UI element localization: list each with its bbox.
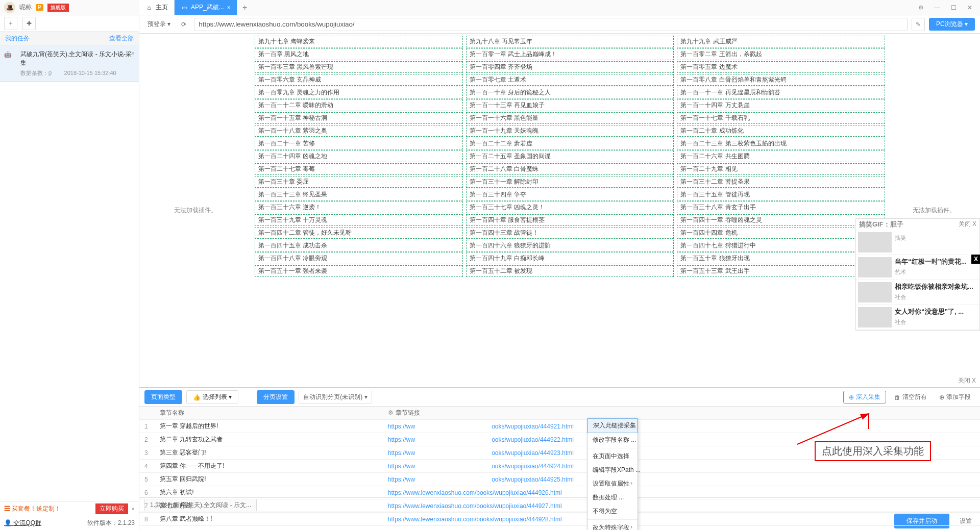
table-row[interactable]: 4第四章 你——不用走了!https://wwxxxxxxxxxxxxxxxxx… [139, 460, 980, 473]
chapter-link[interactable]: 第一百零三章 黑风兽紫芒现 [255, 61, 463, 73]
edit-url-button[interactable]: ✎ [912, 18, 925, 31]
news-close-button[interactable]: 关闭 X [959, 220, 976, 229]
news-first-title[interactable]: 搞笑GIF：胆子 [859, 220, 959, 229]
chapter-link[interactable]: 第九十八章 再见常玉年 [466, 36, 674, 47]
chapter-link[interactable]: 第一百一十一章 再见遑星辰和情韵苔 [677, 87, 885, 98]
close-button[interactable]: ✕ [965, 4, 975, 11]
url-input[interactable] [194, 18, 908, 31]
chapter-link[interactable]: 第一百四十三章 战管徒！ [466, 227, 674, 239]
chapter-link[interactable]: 第一百一十四章 万丈悬崖 [677, 99, 885, 111]
chapter-link[interactable]: 第一百二十九章 相见 [677, 163, 885, 175]
chapter-link[interactable]: 第一百三十二章 菩提圣果 [677, 176, 885, 188]
ctx-rename[interactable]: 修改字段名称 ... [587, 433, 638, 447]
table-row[interactable]: 1第一章 穿越后的世界!https://wwxxxxxxxxxxxxxxxxxx… [139, 420, 980, 433]
table-row[interactable]: 5第五章 回归武院!https://wwxxxxxxxxxxxxxxxxxxxx… [139, 473, 980, 486]
chapter-link[interactable]: 第九十九章 武王威严 [677, 36, 885, 47]
chapter-link[interactable]: 第一百一十六章 黑色能量 [466, 112, 674, 124]
clear-all-button[interactable]: 🗑 清空所有 [890, 393, 931, 401]
col-chapter-name[interactable]: 章节名称 [155, 407, 383, 420]
row-chapter-link[interactable]: https://wwxxxxxxxxxxxxxxxxxxxxxxxxxooks/… [383, 473, 980, 486]
chapter-link[interactable]: 第一百一十五章 神秘古洞 [255, 112, 463, 124]
ctx-data-proc[interactable]: 数据处理 ... [587, 491, 638, 504]
chapter-link[interactable]: 第一百四十四章 危机 [677, 227, 885, 239]
chapter-link[interactable]: 第一百四十二章 管徒，好久未见呀 [255, 227, 463, 239]
chapter-link[interactable]: 第一百二十五章 圣象国的间谍 [466, 150, 674, 162]
table-row[interactable]: 6第六章 初试!https://www.lewenxiaoshuo.com/bo… [139, 486, 980, 499]
chapter-link[interactable]: 第一百零六章 玄晶神威 [255, 74, 463, 86]
pc-browser-dropdown[interactable]: PC浏览器 ▾ [929, 18, 975, 31]
chapter-link[interactable]: 第一百二十四章 凶魂之地 [255, 150, 463, 162]
chapter-link[interactable]: 第一百三十章 委屈 [255, 176, 463, 188]
row-chapter-link[interactable]: https://www.lewenxiaoshuo.com/books/wupo… [383, 513, 980, 526]
chapter-link[interactable]: 第一百一十三章 再见血娘子 [466, 99, 674, 111]
nickname[interactable]: 昵称 [19, 3, 32, 12]
chapter-link[interactable]: 第一百二十一章 苦修 [255, 138, 463, 149]
tab-close-icon[interactable]: × [227, 4, 231, 11]
chapter-link[interactable]: 第一百五十三章 武王出手 [677, 265, 885, 277]
chapter-link[interactable]: 第一百五十章 狼獠牙出现 [677, 253, 885, 264]
chapter-link[interactable]: 第一百三十四章 争夺 [466, 189, 674, 200]
tab-app[interactable]: ▭ APP_武破... × [175, 0, 237, 15]
settings-icon[interactable]: ⚙ [916, 4, 926, 11]
chapter-link[interactable]: 第一百三十一章 解除封印 [466, 176, 674, 188]
chapter-link[interactable]: 第一百四十六章 狼獠牙的进阶 [466, 240, 674, 251]
reload-button[interactable]: ⟳ [178, 18, 190, 31]
qq-group-link[interactable]: 👤 交流QQ群 [4, 519, 41, 527]
chapter-link[interactable]: 第一百五十二章 被发现 [466, 265, 674, 277]
row-chapter-link[interactable]: https://wwxxxxxxxxxxxxxxxxxxxxxxxxxooks/… [383, 420, 980, 433]
add-field-button[interactable]: ⊕ 添加字段 [935, 393, 975, 401]
chapter-link[interactable]: 第一百一十九章 天妖魂魄 [466, 125, 674, 137]
chapter-link[interactable]: 第一百二十七章 毒莓 [255, 163, 463, 175]
ctx-select-in-page[interactable]: 在页面中选择 [587, 449, 638, 463]
maximize-button[interactable]: ☐ [948, 4, 959, 11]
chapter-link[interactable]: 第一百章 黑风之地 [255, 48, 463, 60]
chapter-link[interactable]: 第一百二十章 成功炼化 [677, 125, 885, 137]
buy-now-button[interactable]: 立即购买 [95, 503, 128, 514]
new-folder-button[interactable]: ✚ [22, 17, 36, 30]
chapter-link[interactable]: 第一百四十章 服食菩提根茎 [466, 214, 674, 226]
chapter-link[interactable]: 第一百零七章 土遁术 [466, 74, 674, 86]
chapter-link[interactable]: 第一百四十八章 冷眼旁观 [255, 253, 463, 264]
chapter-link[interactable]: 第一百二十二章 萧若虚 [466, 138, 674, 149]
row-chapter-link[interactable]: https://wwxxxxxxxxxxxxxxxxxxxxxxxxxooks/… [383, 460, 980, 473]
chapter-link[interactable]: 第一百零四章 齐齐登场 [466, 61, 674, 73]
chapter-link[interactable]: 第九十七章 鹰蜂袭来 [255, 36, 463, 47]
ctx-edit-xpath[interactable]: 编辑字段XPath ... [587, 463, 638, 477]
chapter-link[interactable]: 第一百二十三章 第三枚紫色玉筋的出现 [677, 138, 885, 149]
chapter-link[interactable]: 第一百四十五章 成功击杀 [255, 240, 463, 251]
chapter-link[interactable]: 第一百零一章 武士上品巅峰成！ [466, 48, 674, 60]
task-item[interactable]: 🤖 武破九霄(苍笑天),全文阅读 - 乐文小说-采集 数据条数：0 2018-1… [0, 46, 139, 82]
ctx-special[interactable]: 改为特殊字段 [587, 521, 638, 530]
promo-close-icon[interactable]: × [131, 506, 135, 513]
table-row[interactable]: 7第七章 丹药https://www.lewenxiaoshuo.com/boo… [139, 499, 980, 513]
ctx-deep-link[interactable]: 深入此链接采集 [587, 418, 638, 433]
news-item[interactable]: 女人对你“没意思”了, ...社会 [856, 305, 979, 330]
chapter-link[interactable]: 第一百三十八章 青玄子出手 [677, 201, 885, 213]
ad-close-icon[interactable]: X [971, 255, 980, 264]
news-item[interactable]: 当年“红极一时”的黄花...艺术 [856, 255, 979, 280]
chapter-link[interactable]: 第一百三十三章 终见圣果 [255, 189, 463, 200]
minimize-button[interactable]: — [932, 4, 942, 11]
chapter-link[interactable]: 第一百五十一章 强者来袭 [255, 265, 463, 277]
chapter-link[interactable]: 第一百零五章 边魔术 [677, 61, 885, 73]
deep-collect-button[interactable]: ⊕ 深入采集 [843, 391, 886, 403]
table-row[interactable]: 8第八章 武者巅峰！!https://www.lewenxiaoshuo.com… [139, 513, 980, 526]
ctx-not-null[interactable]: 不得为空 [587, 504, 638, 518]
chapter-link[interactable]: 第一百零八章 白骨烈焰兽和青熬紫光鳄 [677, 74, 885, 86]
task-close-icon[interactable]: × [131, 50, 135, 57]
page-type-button[interactable]: 页面类型 [144, 390, 182, 404]
col-chapter-link[interactable]: ⚙章节链接 [383, 407, 980, 420]
view-all-link[interactable]: 查看全部 [109, 34, 134, 43]
tab-home[interactable]: ⌂ 主页 [139, 0, 175, 15]
chapter-link[interactable]: 第一百四十七章 狩猎进行中 [677, 240, 885, 251]
chapter-link[interactable]: 第一百三十七章 凶魂之灵！ [466, 201, 674, 213]
chapter-link[interactable]: 第一百三十五章 管徒再现 [677, 189, 885, 200]
chapter-link[interactable]: 第一百一十章 身后的诡秘之人 [466, 87, 674, 98]
paging-button[interactable]: 分页设置 [257, 390, 295, 404]
select-list-dropdown[interactable]: 👍 选择列表 ▾ [186, 390, 238, 404]
avatar[interactable]: 🎩 [4, 2, 15, 13]
ctx-set-attr[interactable]: 设置取值属性 [587, 477, 638, 491]
chapter-link[interactable]: 第一百三十六章 逆袭！ [255, 201, 463, 213]
row-chapter-link[interactable]: https://www.lewenxiaoshuo.com/books/wupo… [383, 486, 980, 499]
chapter-link[interactable]: 第一百一十八章 紫羽之奥 [255, 125, 463, 137]
